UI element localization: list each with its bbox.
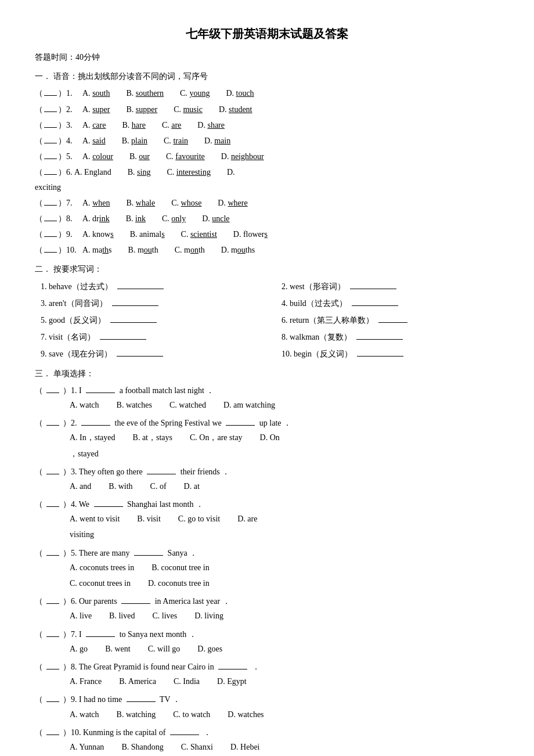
phonics-row-2: （） 2. A. super B. supper C. music D. stu… [35,102,499,117]
mc-q8: （）8. The Great Pyramid is found near Cai… [35,660,499,689]
phonics-row-10: （） 10. A. maths B. mouth C. month D. mou… [35,243,499,257]
page-title: 七年级下册英语期末试题及答案 [35,23,499,44]
phonics-row-5: （） 5. A. colour B. our C. favourite D. n… [35,149,499,164]
phonics-row-6: （）6. A. England B. sing C. interesting D… [35,165,499,194]
mc-q4: （）4. We Shanghai last month ． A. went to… [35,497,499,542]
phonics-row-1: （） 1. A. south B. southern C. young D. t… [35,86,499,100]
fill-row-4: 7. visit（名词） 8. walkman（复数） [35,330,499,344]
section1-header: 一． 语音：挑出划线部分读音不同的词，写序号 [35,69,499,84]
section3-header: 三． 单项选择： [35,366,499,381]
fill-row-2: 3. aren't（同音词） 4. build（过去式） [35,296,499,311]
fill-row-5: 9. save（现在分词） 10. begin（反义词） [35,347,499,361]
mc-q1: （）1. I a football match last night ． A. … [35,383,499,412]
mc-q2: （）2. the eve of the Spring Festival we u… [35,416,499,461]
mc-q5: （）5. There are many Sanya ． A. coconuts … [35,546,499,591]
mc-q10: （）10. Kunming is the capital of ． A. Yun… [35,725,499,754]
phonics-row-4: （） 4. A. said B. plain C. train D. main [35,134,499,148]
phonics-row-8: （） 8. A. drink B. ink C. only D. uncle [35,211,499,226]
fill-rows: 1. behave（过去式） 2. west（形容词） 3. aren't（同音… [35,279,499,362]
mc-q9: （）9. I had no time TV ． A. watch B. watc… [35,692,499,721]
section1-items: （） 1. A. south B. southern C. young D. t… [35,86,499,257]
phonics-row-3: （） 3. A. care B. hare C. are D. share [35,118,499,132]
section2-header: 二． 按要求写词： [35,262,499,276]
fill-row-3: 5. good（反义词） 6. return（第三人称单数） [35,313,499,327]
meta-line: 答题时间：40分钟 [35,50,499,64]
phonics-row-9: （） 9. A. knows B. animals C. scientist D… [35,227,499,242]
mc-q3: （）3. They often go there their friends ．… [35,465,499,494]
fill-row-1: 1. behave（过去式） 2. west（形容词） [35,279,499,294]
mc-q6: （）6. Our parents in America last year ． … [35,594,499,623]
mc-q7: （）7. I to Sanya next month ． A. go B. we… [35,627,499,656]
phonics-row-7: （） 7. A. when B. whale C. whose D. where [35,196,499,210]
